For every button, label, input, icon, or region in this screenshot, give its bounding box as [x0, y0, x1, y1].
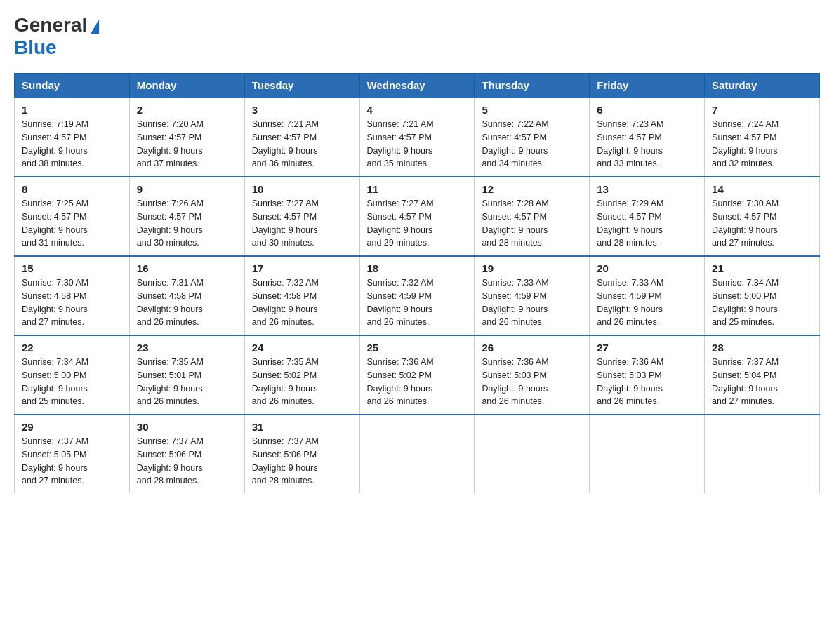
day-info: Sunrise: 7:35 AMSunset: 5:02 PMDaylight:… — [252, 357, 319, 406]
day-number: 16 — [137, 262, 237, 274]
day-info: Sunrise: 7:33 AMSunset: 4:59 PMDaylight:… — [597, 278, 663, 327]
day-info: Sunrise: 7:21 AMSunset: 4:57 PMDaylight:… — [252, 119, 319, 168]
calendar-week-row: 1Sunrise: 7:19 AMSunset: 4:57 PMDaylight… — [15, 98, 820, 177]
day-info: Sunrise: 7:36 AMSunset: 5:02 PMDaylight:… — [367, 357, 434, 406]
day-info: Sunrise: 7:33 AMSunset: 4:59 PMDaylight:… — [482, 278, 548, 327]
calendar-week-row: 15Sunrise: 7:30 AMSunset: 4:58 PMDayligh… — [15, 256, 820, 335]
day-number: 28 — [712, 342, 812, 354]
day-number: 29 — [22, 421, 122, 433]
day-info: Sunrise: 7:32 AMSunset: 4:59 PMDaylight:… — [367, 278, 434, 327]
day-info: Sunrise: 7:37 AMSunset: 5:04 PMDaylight:… — [712, 357, 779, 406]
calendar-cell: 17Sunrise: 7:32 AMSunset: 4:58 PMDayligh… — [244, 256, 359, 335]
day-number: 22 — [22, 342, 122, 354]
day-number: 10 — [252, 183, 352, 195]
day-number: 18 — [367, 262, 468, 274]
day-info: Sunrise: 7:34 AMSunset: 5:00 PMDaylight:… — [712, 278, 779, 327]
day-number: 31 — [252, 421, 352, 433]
day-number: 11 — [367, 183, 468, 195]
calendar-header: SundayMondayTuesdayWednesdayThursdayFrid… — [15, 74, 820, 98]
weekday-header-thursday: Thursday — [475, 74, 590, 98]
day-number: 19 — [482, 262, 582, 274]
day-number: 13 — [597, 183, 697, 195]
calendar-cell: 19Sunrise: 7:33 AMSunset: 4:59 PMDayligh… — [475, 256, 590, 335]
calendar-cell: 28Sunrise: 7:37 AMSunset: 5:04 PMDayligh… — [705, 335, 820, 415]
day-info: Sunrise: 7:25 AMSunset: 4:57 PMDaylight:… — [22, 199, 88, 248]
day-number: 5 — [482, 104, 582, 116]
day-info: Sunrise: 7:37 AMSunset: 5:06 PMDaylight:… — [252, 436, 319, 485]
calendar-cell: 30Sunrise: 7:37 AMSunset: 5:06 PMDayligh… — [129, 415, 244, 493]
day-number: 8 — [22, 183, 122, 195]
calendar-cell: 1Sunrise: 7:19 AMSunset: 4:57 PMDaylight… — [15, 98, 130, 177]
calendar-cell: 24Sunrise: 7:35 AMSunset: 5:02 PMDayligh… — [244, 335, 359, 415]
calendar-cell: 10Sunrise: 7:27 AMSunset: 4:57 PMDayligh… — [244, 177, 359, 256]
weekday-header-sunday: Sunday — [15, 74, 130, 98]
calendar-cell: 23Sunrise: 7:35 AMSunset: 5:01 PMDayligh… — [129, 335, 244, 415]
calendar-cell: 12Sunrise: 7:28 AMSunset: 4:57 PMDayligh… — [475, 177, 590, 256]
day-info: Sunrise: 7:32 AMSunset: 4:58 PMDaylight:… — [252, 278, 319, 327]
calendar-cell: 27Sunrise: 7:36 AMSunset: 5:03 PMDayligh… — [590, 335, 705, 415]
calendar-cell: 5Sunrise: 7:22 AMSunset: 4:57 PMDaylight… — [475, 98, 590, 177]
weekday-header-tuesday: Tuesday — [244, 74, 359, 98]
day-info: Sunrise: 7:26 AMSunset: 4:57 PMDaylight:… — [137, 199, 204, 248]
weekday-header-wednesday: Wednesday — [359, 74, 475, 98]
day-number: 7 — [712, 104, 812, 116]
weekday-header-saturday: Saturday — [705, 74, 820, 98]
calendar-cell: 25Sunrise: 7:36 AMSunset: 5:02 PMDayligh… — [359, 335, 475, 415]
day-info: Sunrise: 7:30 AMSunset: 4:58 PMDaylight:… — [22, 278, 88, 327]
calendar-body: 1Sunrise: 7:19 AMSunset: 4:57 PMDaylight… — [15, 98, 820, 493]
day-number: 9 — [137, 183, 237, 195]
logo-general-text: General — [14, 14, 87, 36]
calendar-table: SundayMondayTuesdayWednesdayThursdayFrid… — [14, 73, 820, 493]
calendar-cell: 13Sunrise: 7:29 AMSunset: 4:57 PMDayligh… — [590, 177, 705, 256]
day-info: Sunrise: 7:27 AMSunset: 4:57 PMDaylight:… — [367, 199, 434, 248]
day-number: 25 — [367, 342, 468, 354]
calendar-cell: 8Sunrise: 7:25 AMSunset: 4:57 PMDaylight… — [15, 177, 130, 256]
day-number: 17 — [252, 262, 352, 274]
calendar-cell: 16Sunrise: 7:31 AMSunset: 4:58 PMDayligh… — [129, 256, 244, 335]
calendar-week-row: 8Sunrise: 7:25 AMSunset: 4:57 PMDaylight… — [15, 177, 820, 256]
day-info: Sunrise: 7:35 AMSunset: 5:01 PMDaylight:… — [137, 357, 204, 406]
day-number: 15 — [22, 262, 122, 274]
day-number: 12 — [482, 183, 582, 195]
calendar-week-row: 29Sunrise: 7:37 AMSunset: 5:05 PMDayligh… — [15, 415, 820, 493]
calendar-cell: 11Sunrise: 7:27 AMSunset: 4:57 PMDayligh… — [359, 177, 475, 256]
calendar-cell: 29Sunrise: 7:37 AMSunset: 5:05 PMDayligh… — [15, 415, 130, 493]
calendar-cell — [705, 415, 820, 493]
calendar-cell: 14Sunrise: 7:30 AMSunset: 4:57 PMDayligh… — [705, 177, 820, 256]
calendar-cell: 6Sunrise: 7:23 AMSunset: 4:57 PMDaylight… — [590, 98, 705, 177]
day-info: Sunrise: 7:22 AMSunset: 4:57 PMDaylight:… — [482, 119, 548, 168]
calendar-cell: 15Sunrise: 7:30 AMSunset: 4:58 PMDayligh… — [15, 256, 130, 335]
day-number: 14 — [712, 183, 812, 195]
calendar-cell: 21Sunrise: 7:34 AMSunset: 5:00 PMDayligh… — [705, 256, 820, 335]
calendar-cell: 4Sunrise: 7:21 AMSunset: 4:57 PMDaylight… — [359, 98, 475, 177]
day-info: Sunrise: 7:37 AMSunset: 5:05 PMDaylight:… — [22, 436, 88, 485]
day-info: Sunrise: 7:27 AMSunset: 4:57 PMDaylight:… — [252, 199, 319, 248]
day-info: Sunrise: 7:19 AMSunset: 4:57 PMDaylight:… — [22, 119, 88, 168]
calendar-cell: 18Sunrise: 7:32 AMSunset: 4:59 PMDayligh… — [359, 256, 475, 335]
day-info: Sunrise: 7:31 AMSunset: 4:58 PMDaylight:… — [137, 278, 204, 327]
logo-blue-text: Blue — [14, 36, 57, 58]
calendar-cell: 7Sunrise: 7:24 AMSunset: 4:57 PMDaylight… — [705, 98, 820, 177]
day-info: Sunrise: 7:37 AMSunset: 5:06 PMDaylight:… — [137, 436, 204, 485]
day-number: 24 — [252, 342, 352, 354]
day-number: 4 — [367, 104, 468, 116]
day-number: 23 — [137, 342, 237, 354]
day-info: Sunrise: 7:28 AMSunset: 4:57 PMDaylight:… — [482, 199, 548, 248]
weekday-header-row: SundayMondayTuesdayWednesdayThursdayFrid… — [15, 74, 820, 98]
day-info: Sunrise: 7:30 AMSunset: 4:57 PMDaylight:… — [712, 199, 779, 248]
page-header: General Blue — [14, 14, 820, 59]
logo-triangle-icon — [91, 20, 99, 34]
day-info: Sunrise: 7:34 AMSunset: 5:00 PMDaylight:… — [22, 357, 88, 406]
day-info: Sunrise: 7:21 AMSunset: 4:57 PMDaylight:… — [367, 119, 434, 168]
calendar-cell — [359, 415, 475, 493]
day-number: 21 — [712, 262, 812, 274]
day-info: Sunrise: 7:29 AMSunset: 4:57 PMDaylight:… — [597, 199, 663, 248]
calendar-cell: 9Sunrise: 7:26 AMSunset: 4:57 PMDaylight… — [129, 177, 244, 256]
calendar-cell: 22Sunrise: 7:34 AMSunset: 5:00 PMDayligh… — [15, 335, 130, 415]
day-info: Sunrise: 7:20 AMSunset: 4:57 PMDaylight:… — [137, 119, 204, 168]
day-number: 26 — [482, 342, 582, 354]
weekday-header-friday: Friday — [590, 74, 705, 98]
day-info: Sunrise: 7:23 AMSunset: 4:57 PMDaylight:… — [597, 119, 663, 168]
day-info: Sunrise: 7:24 AMSunset: 4:57 PMDaylight:… — [712, 119, 779, 168]
calendar-cell — [590, 415, 705, 493]
